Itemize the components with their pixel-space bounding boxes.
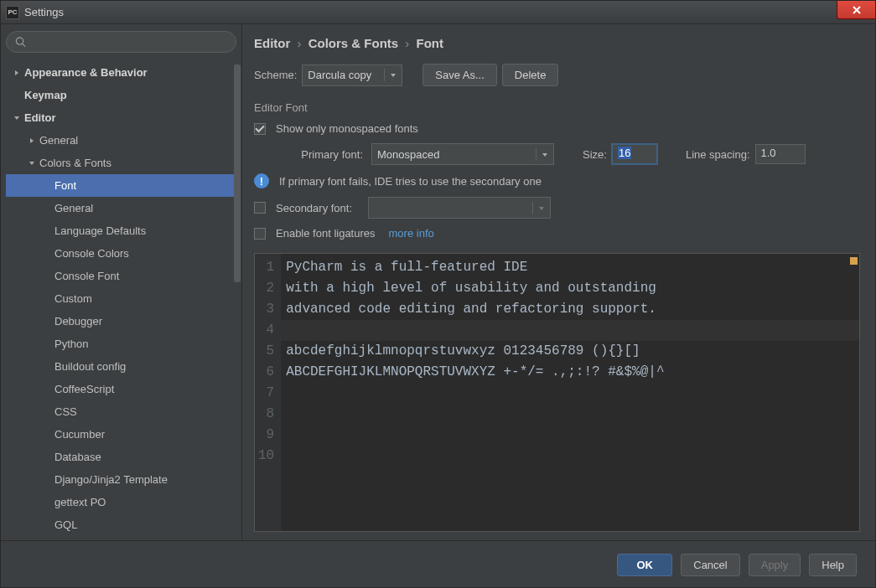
sidebar-item[interactable]: CSS [6, 400, 236, 423]
sidebar-item-label: General [39, 134, 78, 147]
sidebar-item[interactable]: Python [6, 333, 236, 355]
gutter-line-number: 7 [258, 383, 274, 404]
chevron-right-icon [11, 70, 23, 76]
breadcrumb-part: Editor [254, 36, 290, 50]
sidebar-item[interactable]: Django/Jinja2 Template [6, 468, 236, 491]
sidebar-item[interactable]: General [6, 197, 236, 219]
sidebar-item-label: Font [54, 179, 76, 192]
close-icon [852, 5, 862, 15]
code-line [286, 425, 854, 446]
code-line [286, 446, 854, 467]
sidebar-item[interactable]: Editor [6, 106, 236, 129]
warning-marker-icon [850, 257, 858, 265]
font-preview-editor[interactable]: 12345678910 PyCharm is a full-featured I… [254, 253, 860, 532]
sidebar-item-label: Editor [24, 111, 56, 124]
window-titlebar: PC Settings [1, 1, 875, 24]
save-as-button[interactable]: Save As... [422, 64, 497, 86]
sidebar-item-label: Colors & Fonts [39, 157, 111, 169]
sidebar-item[interactable]: Database [6, 446, 236, 468]
code-line: abcdefghijklmnopqrstuvwxyz 0123456789 ()… [286, 341, 854, 362]
sidebar-item-label: CoffeeScript [54, 383, 114, 395]
gutter-line-number: 8 [258, 404, 274, 425]
sidebar-item[interactable]: General [6, 129, 236, 152]
chevron-down-icon [11, 115, 23, 121]
primary-font-value: Monospaced [377, 148, 439, 161]
sidebar-item[interactable]: CoffeeScript [6, 378, 236, 400]
line-spacing-value: 1.0 [761, 147, 776, 159]
sidebar-item[interactable]: Keymap [6, 84, 236, 106]
gutter-line-number: 9 [258, 425, 274, 446]
sidebar-item-label: Database [54, 451, 101, 463]
sidebar-item[interactable]: Language Defaults [6, 219, 236, 242]
apply-button[interactable]: Apply [749, 554, 801, 576]
secondary-font-label: Secondary font: [276, 202, 363, 214]
ligatures-checkbox[interactable] [254, 228, 266, 240]
sidebar-scrollbar[interactable] [234, 64, 241, 534]
secondary-font-select[interactable] [368, 197, 551, 219]
cancel-button[interactable]: Cancel [681, 554, 739, 576]
svg-line-3 [23, 44, 26, 47]
dialog-footer: OK Cancel Apply Help [1, 540, 875, 588]
gutter-line-number: 5 [258, 341, 274, 362]
sidebar-item-label: Python [54, 338, 88, 350]
sidebar-item-label: Console Colors [54, 247, 129, 260]
gutter-line-number: 4 [258, 320, 274, 341]
code-line: with a high level of usability and outst… [286, 278, 854, 299]
settings-sidebar: Appearance & BehaviorKeymapEditorGeneral… [1, 24, 242, 540]
line-spacing-label: Line spacing: [686, 148, 750, 161]
code-line [281, 320, 859, 341]
sidebar-item[interactable]: Font [6, 174, 236, 197]
gutter-line-number: 3 [258, 299, 274, 320]
sidebar-item-label: gettext PO [54, 496, 106, 508]
code-line: advanced code editing and refactoring su… [286, 299, 854, 320]
sidebar-item-label: Custom [54, 292, 92, 305]
size-input[interactable]: 16 [612, 144, 657, 164]
line-spacing-input[interactable]: 1.0 [755, 144, 806, 164]
chevron-down-icon [536, 148, 548, 161]
primary-font-select[interactable]: Monospaced [371, 143, 554, 165]
secondary-font-checkbox[interactable] [254, 202, 266, 214]
scheme-label: Scheme: [254, 69, 297, 81]
gutter-line-number: 6 [258, 362, 274, 383]
help-button[interactable]: Help [809, 554, 857, 576]
sidebar-item[interactable]: gettext PO [6, 491, 236, 513]
scrollbar-thumb[interactable] [234, 64, 241, 282]
sidebar-item-label: Buildout config [54, 360, 126, 373]
sidebar-item[interactable]: Appearance & Behavior [6, 61, 236, 84]
settings-tree[interactable]: Appearance & BehaviorKeymapEditorGeneral… [6, 61, 236, 537]
delete-button[interactable]: Delete [502, 64, 559, 86]
sidebar-item[interactable]: GQL [6, 513, 236, 536]
sidebar-item-label: Language Defaults [54, 224, 146, 237]
sidebar-item[interactable]: Cucumber [6, 423, 236, 446]
window-title: Settings [24, 6, 64, 18]
breadcrumb-part: Font [417, 36, 443, 50]
breadcrumb: Editor › Colors & Fonts › Font [254, 36, 860, 50]
more-info-link[interactable]: more info [389, 227, 434, 240]
sidebar-item[interactable]: Custom [6, 287, 236, 310]
close-button[interactable] [837, 1, 875, 19]
sidebar-item[interactable]: Colors & Fonts [6, 152, 236, 174]
sidebar-item-label: Keymap [24, 89, 67, 101]
sidebar-item-label: GQL [54, 518, 77, 531]
sidebar-item[interactable]: Console Colors [6, 242, 236, 265]
sidebar-item-label: Django/Jinja2 Template [54, 473, 168, 486]
sidebar-item-label: Appearance & Behavior [24, 66, 148, 79]
scheme-select[interactable]: Darcula copy [302, 64, 402, 86]
chevron-right-icon: › [298, 36, 302, 50]
search-input[interactable] [31, 36, 227, 49]
chevron-down-icon [384, 69, 397, 81]
main-panel: Editor › Colors & Fonts › Font Scheme: D… [242, 24, 875, 540]
editor-gutter: 12345678910 [255, 254, 281, 531]
code-line: ABCDEFGHIJKLMNOPQRSTUVWXYZ +-*/= .,;:!? … [286, 362, 854, 383]
search-icon [15, 36, 26, 48]
ok-button[interactable]: OK [617, 554, 672, 576]
sidebar-item[interactable]: Debugger [6, 310, 236, 333]
gutter-line-number: 2 [258, 278, 274, 299]
monospaced-label: Show only monospaced fonts [276, 122, 418, 135]
code-line: PyCharm is a full-featured IDE [286, 257, 854, 278]
sidebar-item[interactable]: Buildout config [6, 355, 236, 378]
monospaced-checkbox[interactable] [254, 123, 266, 135]
search-input-container[interactable] [6, 31, 236, 53]
sidebar-item[interactable]: Console Font [6, 265, 236, 287]
chevron-down-icon [532, 202, 545, 214]
